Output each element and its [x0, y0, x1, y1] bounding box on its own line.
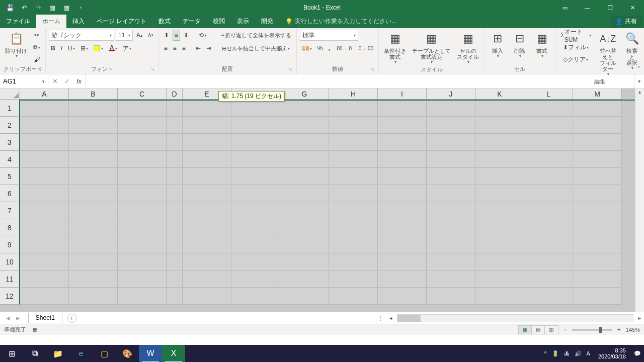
cell[interactable]	[524, 270, 573, 288]
qat-custom-2-icon[interactable]: ▦	[62, 4, 70, 12]
taskbar-ie-icon[interactable]: ｅ	[69, 345, 93, 362]
cell[interactable]	[378, 101, 427, 117]
cell[interactable]	[427, 151, 475, 168]
phonetic-button[interactable]: ア▾	[121, 43, 133, 54]
fill-color-button[interactable]: ▾	[92, 43, 105, 54]
cell[interactable]	[183, 253, 231, 270]
cell[interactable]	[231, 117, 280, 134]
taskbar-excel-icon[interactable]: X	[162, 345, 185, 362]
cell[interactable]	[378, 117, 427, 134]
row-header[interactable]: 9	[0, 236, 20, 253]
row-header[interactable]: 3	[0, 134, 20, 151]
row-header[interactable]: 5	[0, 168, 20, 185]
cell[interactable]	[231, 185, 280, 202]
cell[interactable]	[118, 168, 167, 185]
cell[interactable]	[20, 151, 69, 168]
cell[interactable]	[524, 168, 573, 185]
alignment-dialog-launcher-icon[interactable]: ⤡	[289, 67, 295, 73]
cell[interactable]	[475, 117, 524, 134]
orientation-button[interactable]: ⟲▾	[197, 30, 208, 41]
cell[interactable]	[231, 134, 280, 151]
cell[interactable]	[378, 151, 427, 168]
cell[interactable]	[183, 134, 231, 151]
tab-review[interactable]: 校閲	[207, 15, 231, 28]
cell[interactable]	[475, 236, 524, 253]
align-right-button[interactable]: ≡	[180, 43, 188, 54]
tray-chevron-icon[interactable]: ^	[544, 350, 546, 356]
cell[interactable]	[280, 117, 329, 134]
cell[interactable]	[183, 288, 231, 305]
cell[interactable]	[118, 270, 167, 288]
cell[interactable]	[475, 185, 524, 202]
cell[interactable]	[573, 117, 622, 134]
column-header[interactable]: H	[329, 88, 378, 100]
cell[interactable]	[69, 185, 118, 202]
bold-button[interactable]: B	[49, 43, 57, 54]
zoom-level[interactable]: 145%	[626, 327, 640, 333]
row-header[interactable]: 1	[0, 100, 20, 117]
cell[interactable]	[118, 101, 167, 117]
cell[interactable]	[118, 219, 167, 236]
row-header[interactable]: 7	[0, 202, 20, 219]
cell[interactable]	[329, 117, 378, 134]
cell[interactable]	[280, 168, 329, 185]
cell[interactable]	[118, 117, 167, 134]
cell[interactable]	[524, 117, 573, 134]
font-dialog-launcher-icon[interactable]: ⤡	[151, 67, 157, 73]
close-icon[interactable]: ✕	[621, 0, 644, 15]
cell[interactable]	[427, 101, 475, 117]
align-bottom-button[interactable]: ⬇	[182, 30, 191, 41]
tab-page-layout[interactable]: ページ レイアウト	[91, 15, 152, 28]
comma-style-button[interactable]: ,	[326, 43, 332, 54]
align-center-button[interactable]: ≡	[171, 43, 179, 54]
qat-customize-icon[interactable]: ▾	[76, 4, 85, 12]
cell[interactable]	[573, 101, 622, 117]
cell[interactable]	[378, 236, 427, 253]
cell[interactable]	[118, 236, 167, 253]
taskbar-paint-icon[interactable]: 🎨	[116, 345, 139, 362]
cell[interactable]	[524, 101, 573, 117]
cell[interactable]	[427, 219, 475, 236]
tab-file[interactable]: ファイル	[0, 15, 36, 28]
tab-data[interactable]: データ	[177, 15, 207, 28]
cell[interactable]	[20, 253, 69, 270]
cell[interactable]	[427, 117, 475, 134]
cell[interactable]	[167, 101, 183, 117]
cell[interactable]	[329, 253, 378, 270]
cell[interactable]	[524, 236, 573, 253]
column-header[interactable]: L	[524, 88, 573, 100]
task-view-button[interactable]: ⧉	[23, 345, 46, 362]
decrease-indent-button[interactable]: ⇤	[194, 43, 203, 54]
column-header[interactable]: J	[427, 88, 475, 100]
enter-formula-icon[interactable]: ✓	[62, 77, 71, 85]
cell[interactable]	[69, 101, 118, 117]
cell[interactable]	[20, 219, 69, 236]
cell[interactable]	[69, 270, 118, 288]
zoom-in-button[interactable]: +	[617, 326, 621, 333]
cell[interactable]	[167, 185, 183, 202]
cell[interactable]	[329, 202, 378, 219]
cell[interactable]	[183, 270, 231, 288]
cell[interactable]	[118, 151, 167, 168]
cell[interactable]	[231, 151, 280, 168]
cell[interactable]	[573, 253, 622, 270]
hscroll-track[interactable]	[397, 314, 633, 322]
cell[interactable]	[329, 134, 378, 151]
cell[interactable]	[69, 117, 118, 134]
cell[interactable]	[69, 168, 118, 185]
cell[interactable]	[183, 117, 231, 134]
row-header[interactable]: 4	[0, 151, 20, 168]
cell[interactable]	[329, 168, 378, 185]
cell[interactable]	[20, 101, 69, 117]
cell[interactable]	[118, 134, 167, 151]
sort-filter-button[interactable]: A↓Z並べ替えと フィルター▾	[595, 30, 621, 77]
normal-view-button[interactable]: ▦	[519, 326, 532, 334]
row-header[interactable]: 12	[0, 288, 20, 305]
tell-me-search[interactable]: 💡 実行したい作業を入力してください...	[285, 17, 396, 28]
increase-font-button[interactable]: A▴	[134, 30, 144, 41]
clipboard-dialog-launcher-icon[interactable]: ⤡	[38, 67, 44, 73]
cell[interactable]	[231, 253, 280, 270]
formula-input[interactable]	[86, 74, 634, 88]
cell[interactable]	[231, 101, 280, 117]
cell[interactable]	[183, 168, 231, 185]
